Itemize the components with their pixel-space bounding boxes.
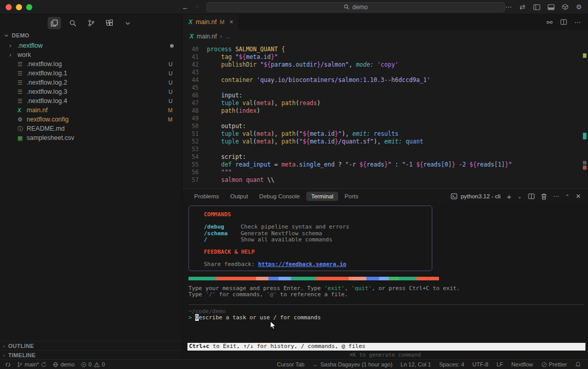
- source-control-icon[interactable]: [85, 17, 98, 29]
- timeline-section[interactable]: › TIMELINE: [0, 350, 182, 359]
- problems-status[interactable]: 0 0: [81, 361, 105, 367]
- warning-icon: [94, 362, 100, 367]
- more-actions-icon[interactable]: ⋯: [574, 18, 581, 26]
- toggle-panel-icon[interactable]: [548, 4, 555, 10]
- maximize-panel-icon[interactable]: ⌃: [565, 194, 570, 199]
- code-line-47[interactable]: 47 tuple val(meta), path(reads): [182, 99, 588, 107]
- new-terminal-icon[interactable]: +: [507, 192, 511, 201]
- chevron-down-icon[interactable]: [121, 17, 135, 29]
- close-window-button[interactable]: [6, 4, 12, 10]
- toggle-arrows-icon[interactable]: [519, 4, 526, 10]
- code-line-51[interactable]: 51 tuple val(meta), path("${meta.id}"), …: [182, 130, 588, 138]
- file-item-.nextflow[interactable]: ›.nextflow: [0, 41, 182, 50]
- trash-icon[interactable]: [541, 193, 547, 200]
- feedback-label: Share feedback:: [204, 261, 258, 268]
- code-line-49[interactable]: 49: [182, 115, 588, 122]
- more-actions-icon[interactable]: ⋯: [553, 193, 559, 200]
- code-line-45[interactable]: 45: [182, 84, 588, 92]
- language-mode-status[interactable]: Nextflow: [511, 361, 533, 367]
- terminal-profile-chip[interactable]: python3.12 - cli: [451, 193, 500, 199]
- tab-main-nf[interactable]: X main.nf M ×: [182, 14, 238, 30]
- breadcrumb-symbol[interactable]: ...: [225, 33, 230, 40]
- file-item-.nextflow.log.2[interactable]: ☰.nextflow.log.2U: [0, 78, 182, 87]
- remote-indicator[interactable]: [5, 362, 11, 367]
- indentation-status[interactable]: Spaces: 4: [439, 361, 464, 367]
- minimize-window-button[interactable]: [16, 4, 22, 10]
- cli-input-line[interactable]: > Describe a task or use / for commands: [188, 315, 321, 321]
- outline-section[interactable]: › OUTLINE: [0, 341, 182, 350]
- file-item-nextflow.config[interactable]: ⚙nextflow.configM: [0, 115, 182, 124]
- breadcrumb[interactable]: X main.nf › ...: [182, 30, 588, 43]
- layout-cube-icon[interactable]: [562, 4, 569, 10]
- project-status[interactable]: demo: [53, 361, 75, 367]
- toggle-sidebar-icon[interactable]: [533, 4, 540, 10]
- notifications-bell[interactable]: [575, 361, 581, 367]
- settings-gear-icon[interactable]: ⚙: [576, 3, 582, 11]
- cursor-position-status[interactable]: Ln 12, Col 1: [401, 361, 431, 367]
- chevron-icon: ›: [9, 51, 17, 58]
- split-terminal-icon[interactable]: [528, 193, 535, 199]
- code-line-57[interactable]: 57 salmon quant \\: [182, 176, 588, 184]
- close-panel-icon[interactable]: ✕: [576, 193, 581, 200]
- code-line-53[interactable]: 53: [182, 146, 588, 153]
- rainbow-segment: [416, 277, 439, 280]
- file-item-main.nf[interactable]: Xmain.nfM: [0, 106, 182, 115]
- code-text: tuple val(meta), path("${meta.id}/quant.…: [207, 138, 424, 146]
- panel-tab-problems[interactable]: Problems: [190, 192, 224, 201]
- git-branch-status[interactable]: main*: [17, 361, 47, 367]
- panel-tab-terminal[interactable]: Terminal: [306, 192, 338, 201]
- code-line-40[interactable]: 40process SALMON_QUANT {: [182, 46, 588, 53]
- panel-tab-ports[interactable]: Ports: [340, 192, 363, 201]
- formatter-status[interactable]: Prettier: [541, 361, 567, 367]
- open-changes-icon[interactable]: [546, 19, 553, 26]
- file-item-.nextflow.log[interactable]: ☰.nextflow.logU: [0, 59, 182, 69]
- tab-close-icon[interactable]: ×: [229, 18, 233, 26]
- forward-arrow-icon[interactable]: ›: [196, 3, 198, 11]
- git-blame-status[interactable]: ← Sasha Dagayev (1 hour ago): [312, 361, 392, 367]
- terminal-view[interactable]: COMMANDS /debugCheck pipeline syntax and…: [182, 203, 588, 359]
- encoding-status[interactable]: UTF-8: [472, 361, 488, 367]
- search-panel-icon[interactable]: [66, 17, 79, 29]
- explorer-icon[interactable]: [48, 17, 61, 29]
- file-item-README.md[interactable]: ⓘREADME.md: [0, 124, 182, 133]
- file-item-.nextflow.log.3[interactable]: ☰.nextflow.log.3U: [0, 87, 182, 96]
- code-line-43[interactable]: 43: [182, 69, 588, 76]
- zoom-window-button[interactable]: [26, 4, 32, 10]
- code-line-42[interactable]: 42 publishDir "${params.outdir}/salmon",…: [182, 61, 588, 69]
- error-count: 0: [89, 361, 92, 367]
- code-line-54[interactable]: 54 script:: [182, 153, 588, 161]
- feedback-link[interactable]: https://feedback.seqera.io: [258, 261, 346, 268]
- eol-status[interactable]: LF: [497, 361, 503, 367]
- code-line-56[interactable]: 56 """: [182, 169, 588, 176]
- cursor-tab-status[interactable]: Cursor Tab: [277, 361, 305, 367]
- panel-tab-output[interactable]: Output: [226, 192, 253, 201]
- file-label: samplesheet.csv: [27, 134, 74, 141]
- code-line-44[interactable]: 44 container 'quay.io/biocontainers/salm…: [182, 76, 588, 84]
- breadcrumb-file[interactable]: main.nf: [197, 33, 217, 40]
- rainbow-segment: [379, 277, 389, 280]
- terminal-dropdown-icon[interactable]: ⌄: [517, 194, 521, 199]
- file-item-work[interactable]: ›work: [0, 50, 182, 59]
- file-tree: ›.nextflow›work☰.nextflow.logU☰.nextflow…: [0, 40, 182, 142]
- code-line-55[interactable]: 55 def read_input = meta.single_end ? "-…: [182, 161, 588, 169]
- file-item-samplesheet.csv[interactable]: ▦samplesheet.csv: [0, 133, 182, 142]
- code-line-46[interactable]: 46 input:: [182, 92, 588, 99]
- code-line-52[interactable]: 52 tuple val(meta), path("${meta.id}/qua…: [182, 138, 588, 146]
- git-status-badge: U: [169, 79, 173, 86]
- panel-tab-debug-console[interactable]: Debug Console: [255, 192, 304, 201]
- extensions-icon[interactable]: [103, 17, 116, 29]
- command-center-search[interactable]: demo: [206, 2, 506, 12]
- file-item-.nextflow.log.1[interactable]: ☰.nextflow.log.1U: [0, 69, 182, 78]
- more-actions-icon[interactable]: ⋯: [505, 3, 512, 11]
- code-line-50[interactable]: 50 output:: [182, 122, 588, 130]
- code-editor[interactable]: 40process SALMON_QUANT {41 tag "${meta.i…: [182, 43, 588, 189]
- code-line-41[interactable]: 41 tag "${meta.id}": [182, 53, 588, 61]
- rainbow-segment: [216, 277, 256, 280]
- file-item-.nextflow.log.4[interactable]: ☰.nextflow.log.4U: [0, 96, 182, 106]
- file-label: nextflow.config: [27, 116, 69, 123]
- code-line-48[interactable]: 48 path(index): [182, 107, 588, 115]
- rainbow-segment: [256, 277, 268, 280]
- explorer-section-header[interactable]: DEMO: [0, 31, 182, 40]
- back-arrow-icon[interactable]: ←: [182, 3, 189, 11]
- split-editor-icon[interactable]: [560, 19, 567, 25]
